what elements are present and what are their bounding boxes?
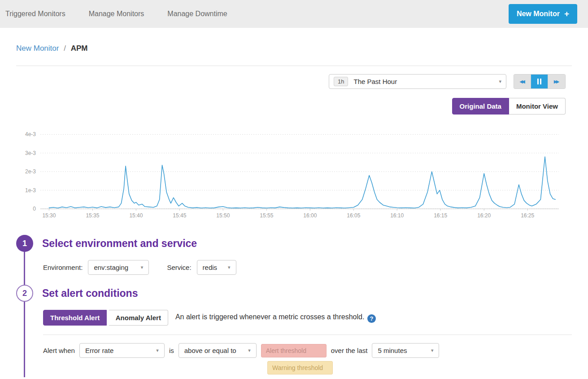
- svg-text:1e-3: 1e-3: [25, 187, 36, 194]
- step2-title: Set alert conditions: [42, 287, 138, 300]
- chevron-down-icon: ▾: [248, 348, 251, 353]
- new-monitor-button-label: New Monitor: [517, 10, 560, 18]
- alert-description-text: An alert is triggered whenever a metric …: [175, 313, 365, 321]
- svg-text:15:45: 15:45: [173, 212, 186, 219]
- alert-type-description: An alert is triggered whenever a metric …: [175, 313, 376, 323]
- svg-text:15:50: 15:50: [216, 212, 230, 219]
- help-icon[interactable]: ?: [367, 314, 376, 323]
- error-rate-line-chart: 01e-32e-33e-34e-315:3015:3515:4015:4515:…: [16, 125, 572, 223]
- alert-type-toggle: Threshold Alert Anomaly Alert: [43, 310, 168, 326]
- svg-text:16:25: 16:25: [521, 212, 534, 219]
- playback-controls: ◀◀ ▶▶: [514, 74, 566, 89]
- svg-text:15:40: 15:40: [129, 212, 143, 219]
- rewind-icon: ◀◀: [519, 79, 523, 84]
- svg-text:16:15: 16:15: [434, 212, 447, 219]
- alert-threshold-input[interactable]: [261, 344, 327, 357]
- svg-text:4e-3: 4e-3: [25, 131, 36, 137]
- chevron-down-icon: ▾: [156, 348, 159, 353]
- pause-button[interactable]: [531, 75, 548, 88]
- svg-text:16:05: 16:05: [347, 212, 360, 219]
- step-connector-line: [24, 243, 25, 377]
- metric-value: Error rate: [85, 347, 113, 354]
- svg-text:16:10: 16:10: [390, 212, 404, 219]
- metric-chart: 01e-32e-33e-34e-315:3015:3515:4015:4515:…: [16, 125, 572, 223]
- time-range-badge: 1h: [334, 77, 348, 86]
- service-label: Service:: [167, 264, 191, 271]
- warning-threshold-row: [267, 361, 572, 375]
- svg-text:15:35: 15:35: [86, 212, 99, 219]
- pause-icon: [537, 79, 541, 84]
- top-navigation-bar: Triggered Monitors Manage Monitors Manag…: [0, 0, 588, 28]
- condition-divider: [43, 335, 572, 335]
- breadcrumb-separator: /: [64, 44, 66, 53]
- anomaly-alert-tab[interactable]: Anomaly Alert: [109, 310, 168, 326]
- service-value: redis: [203, 264, 218, 271]
- step1-header: 1 Select environment and service: [16, 235, 572, 252]
- breadcrumb: New Monitor / APM: [16, 44, 572, 53]
- breadcrumb-new-monitor-link[interactable]: New Monitor: [16, 44, 59, 53]
- chevron-down-icon: ▾: [141, 264, 144, 270]
- nav-manage-monitors[interactable]: Manage Monitors: [89, 10, 144, 18]
- chevron-down-icon: ▾: [499, 79, 501, 84]
- time-window-select[interactable]: 5 minutes ▾: [372, 343, 439, 358]
- environment-value: env:staging: [94, 264, 128, 271]
- is-label: is: [169, 347, 174, 354]
- step2-header: 2 Set alert conditions: [16, 285, 572, 302]
- alert-condition-row: Alert when Error rate ▾ is above or equa…: [43, 343, 572, 358]
- new-monitor-button[interactable]: New Monitor +: [509, 4, 577, 24]
- time-range-row: 1h The Past Hour ▾ ◀◀ ▶▶: [16, 74, 572, 89]
- step2-number-badge: 2: [16, 285, 33, 302]
- plus-icon: +: [564, 9, 569, 19]
- environment-select[interactable]: env:staging ▾: [88, 260, 149, 275]
- monitor-view-button[interactable]: Monitor View: [509, 98, 566, 115]
- header-divider: [16, 66, 572, 66]
- time-range-select[interactable]: 1h The Past Hour ▾: [329, 74, 506, 89]
- comparison-select[interactable]: above or equal to ▾: [179, 343, 257, 358]
- svg-text:15:55: 15:55: [260, 212, 273, 219]
- forward-button[interactable]: ▶▶: [548, 75, 565, 88]
- breadcrumb-current-page: APM: [71, 44, 88, 53]
- svg-text:15:30: 15:30: [42, 212, 56, 219]
- threshold-alert-tab[interactable]: Threshold Alert: [43, 310, 107, 326]
- comparison-value: above or equal to: [184, 347, 236, 354]
- view-toggle: Original Data Monitor View: [16, 98, 572, 115]
- step1-title: Select environment and service: [42, 238, 197, 250]
- nav-triggered-monitors[interactable]: Triggered Monitors: [5, 10, 65, 18]
- time-range-label: The Past Hour: [353, 78, 397, 85]
- chevron-down-icon: ▾: [228, 264, 231, 270]
- svg-text:2e-3: 2e-3: [25, 168, 36, 175]
- fast-forward-icon: ▶▶: [554, 79, 558, 84]
- metric-select[interactable]: Error rate ▾: [79, 343, 165, 358]
- svg-text:16:20: 16:20: [477, 212, 491, 219]
- alert-when-label: Alert when: [43, 347, 75, 354]
- time-window-value: 5 minutes: [378, 347, 407, 354]
- nav-manage-downtime[interactable]: Manage Downtime: [167, 10, 227, 18]
- monitor-setup-steps: 1 Select environment and service Environ…: [16, 235, 572, 375]
- chevron-down-icon: ▾: [431, 348, 434, 353]
- alert-type-row: Threshold Alert Anomaly Alert An alert i…: [43, 310, 572, 326]
- over-the-last-label: over the last: [331, 347, 368, 354]
- step1-number-badge: 1: [16, 235, 33, 252]
- rewind-button[interactable]: ◀◀: [514, 75, 531, 88]
- service-select[interactable]: redis ▾: [197, 260, 236, 275]
- warning-threshold-input[interactable]: [267, 361, 333, 375]
- nav-items: Triggered Monitors Manage Monitors Manag…: [5, 10, 227, 18]
- svg-text:3e-3: 3e-3: [25, 150, 36, 156]
- svg-text:0: 0: [33, 206, 36, 212]
- environment-service-row: Environment: env:staging ▾ Service: redi…: [43, 260, 572, 275]
- environment-label: Environment:: [43, 264, 83, 271]
- svg-text:16:00: 16:00: [303, 212, 317, 219]
- original-data-button[interactable]: Original Data: [452, 98, 509, 115]
